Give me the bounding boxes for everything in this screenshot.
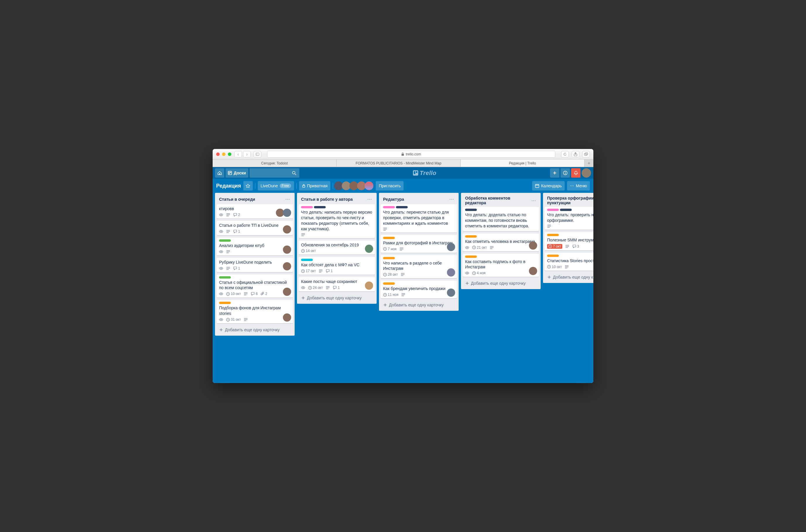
user-avatar[interactable] <box>582 168 591 178</box>
card-member-avatar[interactable] <box>447 243 455 251</box>
label-dark[interactable] <box>396 206 408 208</box>
trello-logo[interactable]: Trello <box>300 170 549 176</box>
card-member-avatar[interactable] <box>529 242 537 250</box>
card-member-avatar[interactable] <box>447 288 455 297</box>
minimize-window-button[interactable] <box>222 152 225 156</box>
boards-button[interactable]: Доски <box>225 168 249 178</box>
label-pink[interactable] <box>547 209 559 211</box>
add-card-button[interactable]: Добавить еще одну карточку <box>545 273 593 281</box>
browser-tab-active[interactable]: Редакция | Trello <box>461 159 585 167</box>
new-tab-button[interactable]: + <box>585 159 593 167</box>
card[interactable]: ктировв 2 <box>217 204 293 218</box>
add-card-button[interactable]: Добавить еще одну карточку <box>381 301 457 309</box>
notifications-button[interactable] <box>571 168 581 178</box>
reload-button[interactable] <box>561 151 569 157</box>
board-title[interactable]: Редакция <box>216 183 241 189</box>
add-card-button[interactable]: Добавить еще одну карточку <box>463 279 539 287</box>
card[interactable]: Как обстоят дела с МФ? на VC 17 окт 1 <box>299 257 375 275</box>
card-member-avatar[interactable] <box>283 225 291 233</box>
list-menu-button[interactable]: ⋯ <box>366 196 374 203</box>
label-dark[interactable] <box>465 209 477 211</box>
label-orange[interactable] <box>547 254 559 257</box>
description-badge <box>319 269 323 273</box>
list-menu-button[interactable]: ⋯ <box>447 196 456 203</box>
label-green[interactable] <box>219 276 231 279</box>
share-icon <box>574 152 577 156</box>
list-title[interactable]: Редактура <box>383 197 404 202</box>
card[interactable]: Что делать: проверить на орфограммке. <box>545 207 593 230</box>
label-orange[interactable] <box>465 235 477 238</box>
card[interactable]: Рубрику LiveDune поделить 1 <box>217 258 293 272</box>
card[interactable]: Как отметить человека в инстаграме 21 ок… <box>463 233 539 251</box>
list-title[interactable]: Статьи в очереди <box>219 197 255 202</box>
star-board-button[interactable] <box>243 181 253 190</box>
label-dark[interactable] <box>314 206 326 208</box>
card-member-avatar[interactable] <box>283 314 291 322</box>
card[interactable]: Что делать: доделать статью по комментам… <box>463 207 539 231</box>
team-button[interactable]: LiveDune Free <box>258 181 294 190</box>
card[interactable]: Что делать: перенести статью для проверк… <box>381 204 457 233</box>
label-dark[interactable] <box>560 209 572 211</box>
list-menu-button[interactable]: ⋯ <box>283 196 292 203</box>
card[interactable]: Как брендам увеличить продажи 11 ноя <box>381 281 457 299</box>
member-avatar[interactable] <box>365 182 373 190</box>
list-title[interactable]: Статьи в работе у автора <box>301 197 353 202</box>
home-button[interactable] <box>215 168 224 178</box>
list-title[interactable]: Обработка комментов редактора <box>465 196 530 205</box>
card[interactable]: Подборка фонов для Инстаграм stories 31 … <box>217 300 293 323</box>
card[interactable]: Что написать в разделе о себе Инстаграм … <box>381 255 457 279</box>
add-card-button[interactable]: Добавить еще одну карточку <box>217 326 293 334</box>
card[interactable]: Статья о работе ТП в LiveDune 1 <box>217 221 293 235</box>
label-sky[interactable] <box>301 259 313 261</box>
card[interactable]: Статья с официальной статистикой по всем… <box>217 274 293 298</box>
card[interactable]: Какие посты чаще сохраняют 24 окт 1 <box>299 277 375 291</box>
card-member-avatar[interactable] <box>365 282 373 290</box>
invite-button[interactable]: Пригласить <box>376 181 404 190</box>
label-orange[interactable] <box>383 237 395 239</box>
tabs-button[interactable] <box>582 151 590 157</box>
close-window-button[interactable] <box>216 152 220 156</box>
card-member-avatar[interactable] <box>365 245 373 253</box>
card[interactable]: Полезные SMM инструменты 7 окт 3 <box>545 232 593 250</box>
card-member-avatar[interactable] <box>529 267 537 275</box>
board-members[interactable] <box>335 182 373 190</box>
label-orange[interactable] <box>465 255 477 258</box>
browser-tab[interactable]: FORMATOS PUBLICITARIOS - MindMeister Min… <box>336 159 460 167</box>
sidebar-toggle-button[interactable] <box>254 151 261 157</box>
list-menu-button[interactable]: ⋯ <box>530 197 538 204</box>
create-button[interactable] <box>550 168 560 178</box>
card[interactable]: Статистика Stories простым языком 10 окт <box>545 253 593 271</box>
add-card-button[interactable]: Добавить еще одну карточку <box>299 294 375 302</box>
card-member-avatar[interactable] <box>447 268 455 277</box>
address-bar[interactable]: trello.com <box>267 151 555 158</box>
card[interactable]: Как составить подпись к фото в Инстаграм… <box>463 254 539 277</box>
label-orange[interactable] <box>219 302 231 304</box>
browser-tab[interactable]: Сегодня: Todoist <box>213 159 336 167</box>
card-member-avatar[interactable] <box>283 246 291 254</box>
search-input[interactable] <box>250 168 299 178</box>
label-green[interactable] <box>219 240 231 242</box>
label-pink[interactable] <box>301 206 313 208</box>
card-member-avatar[interactable] <box>283 288 291 296</box>
visibility-button[interactable]: Приватная <box>299 181 331 190</box>
card[interactable]: Рамки для фотографий в Инстаграм 7 ноя <box>381 235 457 253</box>
menu-button[interactable]: ⋯ Меню <box>567 181 590 190</box>
label-orange[interactable] <box>547 234 559 236</box>
list-title[interactable]: Проверка орфографии и пунктуации <box>547 196 593 205</box>
info-button[interactable] <box>561 168 570 178</box>
maximize-window-button[interactable] <box>228 152 231 156</box>
share-button[interactable] <box>572 151 579 157</box>
comments-badge: 2 <box>233 213 240 217</box>
card-member-avatar[interactable] <box>283 262 291 270</box>
back-button[interactable]: ‹ <box>234 151 242 157</box>
forward-button[interactable]: › <box>243 151 251 157</box>
label-orange[interactable] <box>383 282 395 285</box>
card-member-avatar[interactable] <box>283 209 291 217</box>
label-pink[interactable] <box>383 206 395 208</box>
board-canvas[interactable]: Статьи в очереди ⋯ктировв 2Статья о рабо… <box>213 193 593 383</box>
calendar-button[interactable]: Календарь <box>532 181 565 190</box>
card[interactable]: Анализ аудитории ютуб <box>217 238 293 255</box>
card[interactable]: Обновления за сентябрь 2019 14 окт <box>299 241 375 255</box>
label-orange[interactable] <box>383 257 395 259</box>
card[interactable]: Что делать: написать первую версию стать… <box>299 204 375 238</box>
